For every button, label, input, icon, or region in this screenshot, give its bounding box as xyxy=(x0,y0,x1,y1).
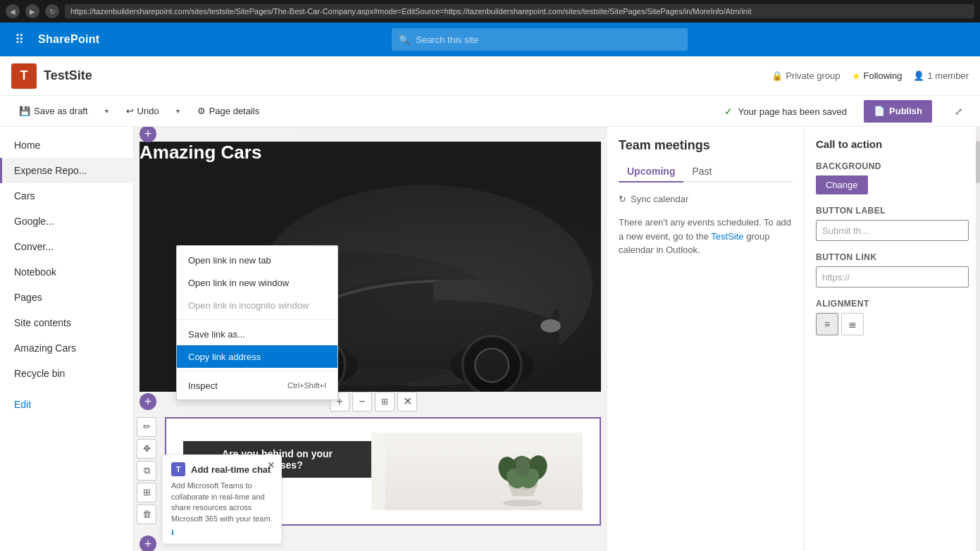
context-menu-incognito: Open link in incognito window xyxy=(177,294,337,316)
back-button[interactable]: ◀ xyxy=(6,4,20,18)
context-separator-2 xyxy=(177,371,337,371)
add-section-button-mid[interactable]: + xyxy=(139,393,156,410)
expand-button[interactable]: ⤢ xyxy=(949,101,969,121)
move-button[interactable]: ✥ xyxy=(137,439,156,459)
button-link-label: Button link xyxy=(816,252,969,262)
members-icon: 👤 xyxy=(913,70,924,81)
add-section-button-bottom[interactable]: + xyxy=(139,535,156,551)
check-icon: ✓ xyxy=(724,106,733,117)
publish-icon: 📄 xyxy=(874,106,885,116)
forward-button[interactable]: ▶ xyxy=(25,4,39,18)
site-name: TestSite xyxy=(44,68,771,83)
gear-icon: ⚙ xyxy=(197,106,206,116)
save-draft-button[interactable]: 💾 Save as draft xyxy=(11,100,96,123)
cta-image xyxy=(371,433,583,510)
teams-icon: T xyxy=(171,462,185,476)
context-menu-inspect[interactable]: Inspect Ctrl+Shift+I xyxy=(177,374,337,397)
copy-button[interactable]: ⧉ xyxy=(137,461,156,481)
background-label: Background xyxy=(816,161,969,171)
sync-icon: ↻ xyxy=(619,194,626,204)
save-icon: 💾 xyxy=(19,106,30,116)
content-area: + xyxy=(134,127,980,551)
sharepoint-topbar: ⠿ SharePoint 🔍 xyxy=(0,23,980,56)
waffle-menu[interactable]: ⠿ xyxy=(8,29,30,50)
add-section-button-top[interactable]: + xyxy=(139,127,156,142)
svg-point-8 xyxy=(475,348,509,382)
nav-item-pages[interactable]: Pages xyxy=(0,285,133,310)
save-draft-dropdown[interactable]: ▾ xyxy=(99,100,116,123)
svg-rect-11 xyxy=(385,433,583,510)
sharepoint-brand: SharePoint xyxy=(38,33,99,46)
align-right-button[interactable]: ≣ xyxy=(841,313,864,335)
nav-item-home[interactable]: Home xyxy=(0,132,133,158)
chat-close-button[interactable]: ✕ xyxy=(267,459,275,471)
site-icon: T xyxy=(11,63,37,89)
inspect-shortcut: Ctrl+Shift+I xyxy=(287,381,326,390)
scroll-thumb[interactable] xyxy=(976,141,980,183)
nav-item-google[interactable]: Google... xyxy=(0,209,133,234)
fit-button[interactable]: ⊞ xyxy=(375,392,395,411)
nav-item-expense[interactable]: Expense Repo... xyxy=(0,158,133,183)
cta-editor-panel: Call to action Background Change Button … xyxy=(804,127,980,551)
button-label-label: Button label xyxy=(816,206,969,216)
chat-info[interactable]: ℹ xyxy=(171,528,273,536)
meetings-tabs: Upcoming Past xyxy=(619,161,793,182)
tab-upcoming[interactable]: Upcoming xyxy=(619,161,683,182)
zoom-controls: + − ⊞ ✕ xyxy=(330,392,417,411)
url-bar[interactable]: https://tazenbuildersharepoint.com/sites… xyxy=(65,4,974,18)
succulent-svg xyxy=(385,433,583,510)
reload-button[interactable]: ↻ xyxy=(45,4,59,18)
lock-icon: 🔒 xyxy=(771,70,783,81)
zoom-out-button[interactable]: − xyxy=(352,392,372,411)
nav-item-site-contents[interactable]: Site contents xyxy=(0,310,133,335)
publish-button[interactable]: 📄 Publish xyxy=(864,100,932,123)
edit-tools-left: ✏ ✥ ⧉ ⊞ 🗑 xyxy=(134,411,159,531)
context-menu-open-new-tab[interactable]: Open link in new tab xyxy=(177,249,337,271)
hero-title: Amazing Cars xyxy=(139,142,601,163)
tab-past[interactable]: Past xyxy=(683,161,720,182)
pencil-button[interactable]: ✏ xyxy=(137,417,156,437)
context-menu-open-new-window[interactable]: Open link in new window xyxy=(177,271,337,294)
svg-point-19 xyxy=(503,500,542,507)
undo-button[interactable]: ↩ Undo xyxy=(118,100,167,123)
main-layout: Home Expense Repo... Cars Google... Conv… xyxy=(0,127,980,551)
svg-point-9 xyxy=(540,318,561,332)
browser-bar: ◀ ▶ ↻ https://tazenbuildersharepoint.com… xyxy=(0,0,980,23)
no-events-text: There aren't any events scheduled. To ad… xyxy=(619,216,793,257)
change-background-button[interactable]: Change xyxy=(816,175,868,194)
left-nav: Home Expense Repo... Cars Google... Conv… xyxy=(0,127,134,551)
align-left-button[interactable]: ≡ xyxy=(816,313,838,335)
context-menu-copy-link[interactable]: Copy link address xyxy=(177,345,337,368)
duplicate-button[interactable]: ⊞ xyxy=(137,483,156,502)
button-link-input[interactable] xyxy=(816,266,969,287)
delete-button[interactable]: 🗑 xyxy=(137,504,156,524)
search-input[interactable] xyxy=(416,35,681,45)
testsite-link[interactable]: TestSite xyxy=(711,231,743,242)
scrollbar[interactable] xyxy=(976,127,980,551)
nav-item-conver[interactable]: Conver... xyxy=(0,234,133,259)
nav-item-amazing-cars[interactable]: Amazing Cars xyxy=(0,335,133,361)
button-label-input[interactable] xyxy=(816,220,969,241)
nav-item-recycle[interactable]: Recycle bin xyxy=(0,361,133,386)
undo-icon: ↩ xyxy=(126,106,134,116)
nav-item-edit[interactable]: Edit xyxy=(0,392,133,417)
alignment-buttons: ≡ ≣ xyxy=(816,313,969,335)
page-details-button[interactable]: ⚙ Page details xyxy=(190,100,268,123)
members-count: 👤 1 member xyxy=(913,70,969,81)
search-box[interactable]: 🔍 xyxy=(392,28,688,51)
team-meetings-title: Team meetings xyxy=(619,138,793,153)
svg-point-18 xyxy=(516,457,530,476)
undo-dropdown[interactable]: ▾ xyxy=(170,100,187,123)
sync-calendar-button[interactable]: ↻ Sync calendar xyxy=(619,194,793,204)
site-header: T TestSite 🔒 Private group ★ Following 👤… xyxy=(0,56,980,96)
saved-message-area: ✓ Your page has been saved 📄 Publish ⤢ xyxy=(270,100,969,123)
nav-item-cars[interactable]: Cars xyxy=(0,183,133,209)
context-separator-1 xyxy=(177,319,337,320)
following-button[interactable]: ★ Following xyxy=(852,70,903,82)
nav-item-notebook[interactable]: Notebook xyxy=(0,259,133,285)
site-meta: 🔒 Private group ★ Following 👤 1 member xyxy=(771,70,969,82)
context-menu-save-link[interactable]: Save link as... xyxy=(177,323,337,345)
private-group: 🔒 Private group xyxy=(771,70,840,81)
close-section-button[interactable]: ✕ xyxy=(397,392,417,411)
search-icon: 🔍 xyxy=(399,35,410,45)
